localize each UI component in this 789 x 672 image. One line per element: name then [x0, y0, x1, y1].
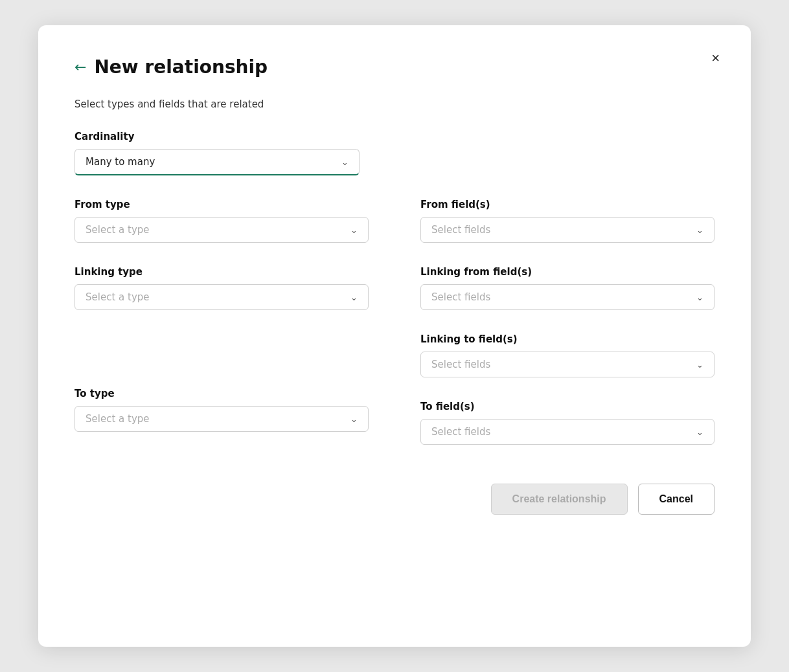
subtitle: Select types and fields that are related — [74, 98, 715, 110]
cardinality-section: Cardinality Many to many ⌄ — [74, 131, 715, 175]
linking-type-placeholder: Select a type — [86, 291, 150, 303]
from-fields-placeholder: Select fields — [431, 224, 490, 236]
from-fields-group: From field(s) Select fields ⌄ — [420, 199, 715, 243]
create-relationship-button[interactable]: Create relationship — [491, 484, 628, 515]
to-fields-group: To field(s) Select fields ⌄ — [420, 401, 715, 445]
to-type-placeholder: Select a type — [86, 413, 150, 425]
to-fields-placeholder: Select fields — [431, 426, 490, 438]
linking-from-fields-label: Linking from field(s) — [420, 266, 715, 278]
cancel-button[interactable]: Cancel — [638, 484, 715, 515]
to-fields-chevron-icon: ⌄ — [696, 427, 703, 437]
linking-type-chevron-icon: ⌄ — [350, 293, 358, 302]
to-type-select[interactable]: Select a type ⌄ — [74, 406, 369, 432]
linking-from-fields-placeholder: Select fields — [431, 291, 490, 303]
cardinality-value: Many to many — [86, 156, 155, 168]
modal-title: New relationship — [94, 56, 268, 78]
new-relationship-modal: × ← New relationship Select types and fi… — [38, 25, 751, 647]
button-row: Create relationship Cancel — [420, 484, 715, 515]
to-type-group: To type Select a type ⌄ — [74, 388, 369, 432]
to-type-chevron-icon: ⌄ — [350, 414, 358, 424]
back-icon[interactable]: ← — [74, 59, 86, 75]
left-spacer — [74, 333, 369, 352]
to-fields-select[interactable]: Select fields ⌄ — [420, 419, 715, 445]
linking-to-fields-chevron-icon: ⌄ — [696, 360, 703, 370]
linking-from-fields-chevron-icon: ⌄ — [696, 293, 703, 302]
from-type-placeholder: Select a type — [86, 224, 150, 236]
linking-type-group: Linking type Select a type ⌄ — [74, 266, 369, 310]
from-type-label: From type — [74, 199, 369, 210]
fields-grid: From type Select a type ⌄ Linking type S… — [74, 199, 715, 515]
linking-to-fields-select[interactable]: Select fields ⌄ — [420, 352, 715, 377]
linking-to-fields-group: Linking to field(s) Select fields ⌄ — [420, 333, 715, 377]
from-fields-select[interactable]: Select fields ⌄ — [420, 217, 715, 243]
linking-to-fields-placeholder: Select fields — [431, 359, 490, 370]
left-column: From type Select a type ⌄ Linking type S… — [74, 199, 369, 515]
from-fields-chevron-icon: ⌄ — [696, 225, 703, 235]
linking-to-fields-label: Linking to field(s) — [420, 333, 715, 345]
linking-type-label: Linking type — [74, 266, 369, 278]
cardinality-label: Cardinality — [74, 131, 715, 142]
to-type-label: To type — [74, 388, 369, 399]
linking-type-select[interactable]: Select a type ⌄ — [74, 284, 369, 310]
cardinality-chevron-icon: ⌄ — [341, 157, 349, 167]
from-type-select[interactable]: Select a type ⌄ — [74, 217, 369, 243]
from-type-group: From type Select a type ⌄ — [74, 199, 369, 243]
close-button[interactable]: × — [711, 51, 720, 65]
left-spacer3 — [74, 370, 369, 388]
from-type-chevron-icon: ⌄ — [350, 225, 358, 235]
linking-from-fields-select[interactable]: Select fields ⌄ — [420, 284, 715, 310]
modal-header: ← New relationship — [74, 56, 715, 78]
cardinality-select[interactable]: Many to many ⌄ — [74, 149, 360, 175]
linking-from-fields-group: Linking from field(s) Select fields ⌄ — [420, 266, 715, 310]
to-fields-label: To field(s) — [420, 401, 715, 412]
right-column: From field(s) Select fields ⌄ Linking fr… — [420, 199, 715, 515]
left-spacer2 — [74, 352, 369, 370]
from-fields-label: From field(s) — [420, 199, 715, 210]
